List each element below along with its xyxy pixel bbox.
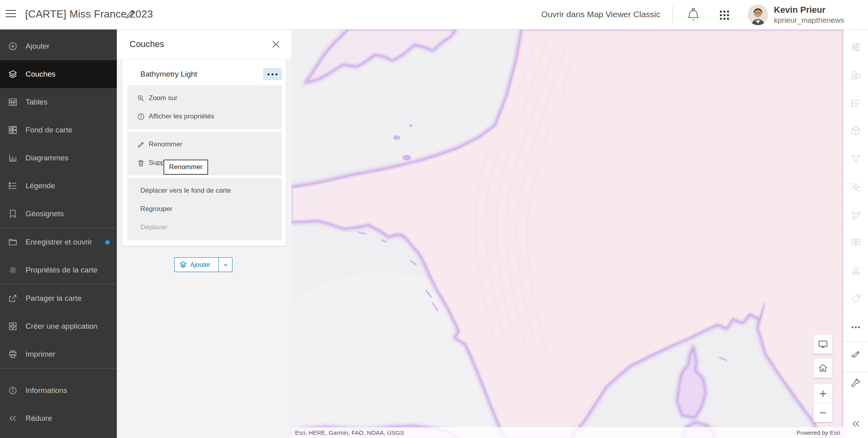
menu-item-zoom-sur[interactable]: Zoom sur (127, 89, 282, 107)
aggregation-cluster-icon[interactable] (850, 209, 861, 220)
layer-card: Bathymetry Light Zoom sur Afficher les p… (122, 60, 286, 246)
layers-icon (179, 261, 187, 268)
powered-by-esri: Powered by Esri (797, 429, 840, 436)
user-avatar[interactable] (748, 4, 768, 25)
add-layer-button[interactable]: Ajouter (174, 257, 232, 272)
bar-chart-icon (8, 153, 18, 163)
menu-item-deplacer: Déplacer (127, 218, 282, 237)
gear-icon (8, 265, 18, 275)
sidebar-item-fond-de-carte[interactable]: Fond de carte (0, 116, 117, 144)
layer-name: Bathymetry Light (140, 70, 197, 79)
sidebar-item-imprimer[interactable]: Imprimer (0, 340, 117, 368)
sidebar-item-diagrammes[interactable]: Diagrammes (0, 144, 117, 172)
zoom-controls (813, 384, 833, 422)
labels-tag-icon[interactable] (850, 293, 861, 304)
menu-item-regrouper[interactable]: Regrouper (127, 200, 282, 218)
rail-divider (843, 372, 868, 372)
map-attribution-bar: Esri, HERE, Garmin, FAO, NOAA, USGS Powe… (291, 427, 843, 438)
collapse-chevrons-icon[interactable] (850, 418, 861, 429)
sidebar-item-ajouter[interactable]: Ajouter (0, 32, 117, 60)
filter-funnel-icon[interactable] (850, 154, 861, 164)
map-canvas[interactable]: Esri, HERE, Garmin, FAO, NOAA, USGS Powe… (291, 30, 843, 438)
layers-panel: Couches Bathymetry Light Zoom sur Affich… (117, 30, 291, 438)
open-in-classic-link[interactable]: Ouvrir dans Map Viewer Classic (541, 10, 660, 19)
hamburger-menu-icon[interactable] (6, 10, 16, 20)
app-grid-icon (8, 322, 18, 331)
sidebar-item-partager[interactable]: Partager la carte (0, 284, 117, 312)
edit-title-pencil-icon[interactable] (124, 9, 136, 20)
sidebar-item-tables[interactable]: Tables (0, 88, 117, 116)
app-launcher-grid-icon[interactable] (719, 10, 730, 21)
layer-menu-section: Zoom sur Afficher les propriétés (127, 85, 282, 129)
share-icon (8, 294, 18, 303)
table-icon (8, 97, 18, 107)
bathymetry-basemap (291, 30, 843, 438)
home-icon (818, 363, 828, 373)
sidebar-item-informations[interactable]: Informations (0, 377, 117, 404)
layer-row[interactable]: Bathymetry Light (122, 60, 286, 85)
fields-fx-icon[interactable]: fx (850, 98, 861, 109)
zoom-in-button[interactable] (813, 384, 833, 403)
sidebar-item-legende[interactable]: Légende (0, 172, 117, 200)
forms-lines-icon[interactable] (850, 265, 861, 276)
monitor-icon (818, 339, 828, 349)
layers-icon (8, 69, 18, 79)
screen-extent-button[interactable] (813, 335, 833, 354)
effects-sparkle-icon[interactable] (850, 182, 861, 192)
menu-item-afficher-proprietes[interactable]: Afficher les propriétés (127, 107, 282, 126)
sidebar-item-geosignets[interactable]: Géosignets (0, 200, 117, 228)
zoom-to-icon (137, 95, 145, 102)
unsaved-dot-badge (105, 240, 110, 245)
tools-wrench-icon[interactable] (850, 378, 861, 389)
basemap-icon (8, 125, 18, 135)
styles-shapes-icon[interactable] (850, 70, 861, 81)
close-icon[interactable] (271, 39, 281, 49)
bookmark-icon (8, 209, 18, 219)
panel-title: Couches (130, 39, 164, 49)
info-icon (137, 113, 145, 120)
attribution-text: Esri, HERE, Garmin, FAO, NOAA, USGS (295, 429, 404, 436)
menu-item-renommer[interactable]: Renommer (127, 135, 282, 154)
sidebar-item-creer-application[interactable]: Créer une application (0, 312, 117, 340)
plus-circle-icon (8, 41, 18, 51)
pencil-icon (137, 141, 145, 148)
legend-icon (8, 181, 18, 191)
info-icon (8, 386, 18, 395)
edit-pencil-icon[interactable] (850, 348, 861, 359)
sidebar-item-proprietes[interactable]: Propriétés de la carte (0, 256, 117, 284)
sidebar-item-couches[interactable]: Couches (0, 60, 117, 88)
top-bar: [CARTE] Miss France 2023 Ouvrir dans Map… (0, 0, 868, 30)
sidebar-item-enregistrer[interactable]: Enregistrer et ouvrir (0, 228, 117, 256)
layer-menu-section: Déplacer vers le fond de carte Regrouper… (127, 178, 282, 240)
effects-cube-icon[interactable] (850, 126, 861, 136)
properties-sliders-icon[interactable] (850, 42, 861, 53)
add-button-label: Ajouter (190, 261, 211, 268)
layers-panel-header: Couches (117, 30, 291, 59)
svg-text:fx: fx (855, 104, 859, 108)
save-icon (8, 237, 18, 247)
left-sidebar: Ajouter Couches Tables Fond de carte Dia… (0, 30, 117, 438)
printer-icon (8, 349, 18, 359)
home-button[interactable] (813, 359, 833, 378)
zoom-out-button[interactable] (813, 403, 833, 422)
chevron-down-icon[interactable] (218, 258, 232, 272)
right-settings-toolbar: fx (843, 30, 868, 438)
layer-options-button[interactable] (263, 68, 282, 80)
renommer-tooltip: Renommer (163, 160, 208, 175)
collapse-icon (8, 414, 18, 423)
rail-divider (843, 341, 868, 341)
more-dots-icon[interactable] (850, 322, 861, 333)
popups-gear-icon[interactable] (850, 237, 861, 248)
notifications-bell-icon[interactable] (687, 8, 700, 22)
sidebar-item-reduire[interactable]: Réduire (0, 404, 117, 432)
trash-icon (137, 159, 145, 167)
map-viewer-app: [CARTE] Miss France 2023 Ouvrir dans Map… (0, 0, 868, 438)
user-name: Kevin Prieur (774, 5, 826, 15)
user-username: kprieur_mapthenews (774, 16, 844, 25)
menu-item-deplacer-fond[interactable]: Déplacer vers le fond de carte (127, 182, 282, 200)
topbar-divider (673, 6, 673, 24)
